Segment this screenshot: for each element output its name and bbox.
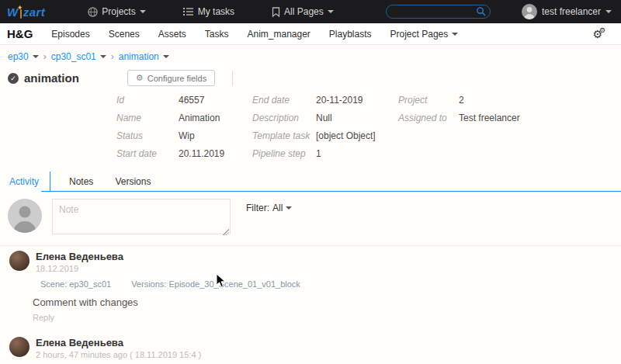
activity-feed: Елена Веденьева 18.12.2019 Scene: ep30_s…: [0, 245, 621, 364]
top-app-bar: W ✦ zart Projects My tasks All Page: [0, 0, 621, 23]
nav-item-tasks[interactable]: Tasks: [205, 29, 229, 40]
note-input[interactable]: [52, 199, 231, 234]
nav-item-assets[interactable]: Assets: [158, 29, 186, 40]
field-label-status: Status: [116, 130, 179, 141]
project-settings-button[interactable]: ⚙ ⚙: [592, 28, 602, 40]
field-label-project: Project: [398, 95, 459, 106]
nav-item-episodes[interactable]: Episodes: [51, 29, 89, 40]
my-tasks-label: My tasks: [198, 6, 234, 17]
all-pages-label: All Pages: [284, 6, 324, 17]
field-label-assigned-to: Assigned to: [398, 113, 459, 123]
note-input-wrap: [52, 199, 231, 237]
fields-column-2: End date 20-11-2019 Description Null Tem…: [252, 91, 398, 162]
field-value-description: Null: [316, 113, 398, 123]
projects-label: Projects: [102, 6, 135, 17]
author-name: Елена Веденьева: [36, 251, 123, 262]
chevron-down-icon: [33, 55, 39, 58]
nav-item-project-pages[interactable]: Project Pages: [390, 29, 459, 40]
version-link[interactable]: Episode_30_Scene_01_v01_block: [168, 279, 300, 289]
field-value-id: 46557: [179, 95, 252, 106]
filter-label: Filter:: [246, 203, 269, 213]
entry-timestamp: 18.12.2019: [36, 264, 123, 273]
note-composer: Filter: All: [0, 192, 621, 245]
field-value-status: Wip: [179, 130, 252, 141]
field-value-name: Animation: [179, 113, 252, 123]
my-tasks-link[interactable]: My tasks: [183, 6, 234, 17]
versions-label: Versions:: [131, 279, 166, 289]
activity-filter[interactable]: Filter: All: [246, 203, 292, 213]
field-label-id: Id: [116, 95, 179, 106]
field-value-end-date: 20-11-2019: [316, 95, 398, 106]
global-search-input[interactable]: [386, 5, 491, 19]
chevron-down-icon: [605, 10, 612, 13]
user-menu[interactable]: test freelancer: [522, 4, 612, 19]
feed-entry: Елена Веденьева 2 hours, 47 minutes ago …: [9, 333, 621, 364]
breadcrumb-separator: ›: [111, 51, 114, 62]
field-label-name: Name: [116, 113, 179, 123]
gear-small-icon: ⚙: [599, 26, 605, 34]
page-title: animation: [24, 71, 79, 85]
author-name: Елена Веденьева: [36, 337, 201, 348]
project-nav-bar: H&G Episodes Scenes Assets Tasks Anim_ma…: [0, 23, 621, 45]
reply-button[interactable]: Reply: [33, 313, 621, 322]
search-icon[interactable]: [476, 6, 486, 16]
current-user-avatar: [8, 199, 42, 233]
user-avatar: [522, 4, 537, 19]
chevron-down-icon: [100, 55, 106, 58]
project-code: H&G: [7, 27, 33, 40]
field-label-pipeline-step: Pipeline step: [252, 148, 316, 159]
chevron-down-icon: [328, 10, 334, 13]
field-label-end-date: End date: [252, 95, 316, 106]
logo-text-rest: zart: [23, 5, 46, 19]
comment-text: Comment with changes: [33, 296, 621, 308]
scene-link[interactable]: ep30_sc01: [69, 279, 111, 289]
field-value-project: 2: [459, 95, 560, 106]
project-pages-label: Project Pages: [390, 29, 449, 40]
nav-item-scenes[interactable]: Scenes: [109, 29, 140, 40]
field-value-assigned-to: Test freelancer: [459, 113, 560, 123]
tab-activity[interactable]: Activity: [0, 172, 50, 192]
breadcrumb-task[interactable]: animation: [119, 51, 169, 62]
nav-item-playblasts[interactable]: Playblasts: [329, 29, 372, 40]
author-avatar[interactable]: [9, 337, 29, 357]
breadcrumb-scene[interactable]: cp30_sc01: [51, 51, 106, 62]
scene-label: Scene:: [40, 279, 67, 289]
field-value-start-date: 20.11.2019: [179, 148, 252, 159]
field-label-template-task: Template task: [252, 130, 316, 141]
person-icon: [522, 4, 537, 19]
globe-icon: [88, 7, 98, 17]
breadcrumb-episode[interactable]: ep30: [8, 51, 39, 62]
projects-menu[interactable]: Projects: [88, 6, 145, 17]
chevron-down-icon: [163, 55, 169, 58]
resize-handle[interactable]: [223, 229, 229, 235]
fields-column-3: Project 2 Assigned to Test freelancer: [398, 91, 560, 162]
tab-notes[interactable]: Notes: [61, 172, 101, 192]
gear-icon: ⚙: [136, 73, 144, 83]
user-name: test freelancer: [542, 6, 601, 17]
task-list-icon: [183, 7, 194, 16]
nav-item-anim-manager[interactable]: Anim_manager: [247, 29, 310, 40]
person-icon: [8, 199, 42, 233]
all-pages-menu[interactable]: All Pages: [272, 6, 334, 17]
fields-column-1: Id 46557 Name Animation Status Wip Start…: [116, 91, 252, 162]
chevron-down-icon: [452, 33, 458, 36]
chevron-down-icon: [286, 206, 292, 210]
wizart-logo[interactable]: W ✦ zart: [7, 5, 45, 19]
configure-fields-label: Configure fields: [147, 74, 206, 83]
check-circle-icon: ✓: [8, 73, 19, 84]
field-value-template-task: [object Object]: [316, 130, 398, 141]
chevron-down-icon: [140, 10, 146, 13]
configure-fields-button[interactable]: ⚙ Configure fields: [127, 70, 215, 86]
feed-entry: Елена Веденьева 18.12.2019 Scene: ep30_s…: [9, 251, 621, 333]
divider: [232, 71, 233, 86]
entity-header: ✓ animation ⚙ Configure fields: [0, 65, 621, 86]
magic-wand-icon: ✦: [19, 7, 23, 19]
tab-versions[interactable]: Versions: [107, 172, 158, 192]
author-avatar[interactable]: [9, 251, 29, 271]
filter-value: All: [272, 203, 283, 213]
global-search: [386, 5, 491, 19]
field-label-start-date: Start date: [116, 148, 179, 159]
activity-tabs: Activity Notes Versions: [0, 172, 621, 192]
entry-timestamp: 2 hours, 47 minutes ago ( 18.11.2019 15:…: [36, 350, 201, 359]
breadcrumb-separator: ›: [43, 51, 47, 62]
